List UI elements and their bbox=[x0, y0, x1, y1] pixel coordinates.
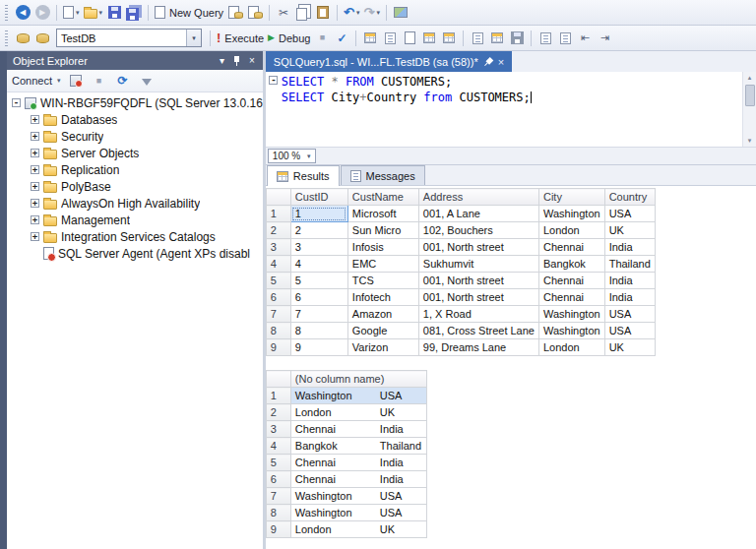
expand-icon[interactable]: + bbox=[31, 165, 39, 174]
collapse-icon[interactable]: - bbox=[12, 98, 21, 107]
expand-icon[interactable]: + bbox=[31, 215, 39, 224]
column-header[interactable]: CustName bbox=[347, 189, 418, 206]
row-header[interactable]: 5 bbox=[266, 273, 290, 289]
increase-indent-button[interactable]: ⇥ bbox=[595, 28, 614, 49]
cut-button[interactable]: ✂ bbox=[274, 2, 293, 24]
grid-corner[interactable] bbox=[266, 189, 290, 206]
grid-cell[interactable]: LondonUK bbox=[290, 521, 426, 538]
expand-icon[interactable]: + bbox=[31, 149, 39, 157]
tab-results[interactable]: Results bbox=[267, 165, 340, 186]
connect-database-button[interactable] bbox=[13, 28, 32, 49]
column-header[interactable]: (No column name) bbox=[290, 371, 426, 388]
row-header[interactable]: 8 bbox=[266, 323, 290, 339]
grid-cell[interactable]: Google bbox=[347, 323, 418, 339]
tree-item[interactable]: +Management bbox=[7, 212, 263, 228]
grid-cell[interactable]: Infotech bbox=[347, 289, 418, 306]
new-file-button[interactable]: ▾ bbox=[61, 2, 82, 24]
row-header[interactable]: 9 bbox=[266, 339, 290, 356]
grid-cell[interactable]: Chennai bbox=[538, 239, 604, 256]
expand-icon[interactable]: + bbox=[31, 199, 39, 208]
expand-icon[interactable]: + bbox=[31, 132, 39, 141]
display-estimated-plan-button[interactable] bbox=[360, 28, 380, 49]
editor-vertical-scrollbar[interactable]: ▴ ▾ bbox=[742, 72, 756, 147]
disconnect-button[interactable] bbox=[67, 72, 85, 90]
toolbar-grip[interactable] bbox=[5, 30, 8, 46]
grid-cell[interactable]: Microsoft bbox=[347, 206, 418, 222]
row-header[interactable]: 7 bbox=[266, 306, 290, 323]
grid-cell[interactable]: 7 bbox=[290, 306, 347, 323]
save-button[interactable] bbox=[104, 2, 124, 24]
results-to-text-button[interactable] bbox=[468, 28, 487, 49]
paste-button[interactable] bbox=[313, 2, 333, 24]
row-header[interactable]: 2 bbox=[266, 222, 290, 239]
grid-cell[interactable]: 8 bbox=[290, 323, 347, 339]
grid-cell[interactable]: India bbox=[604, 273, 655, 289]
expand-icon[interactable]: + bbox=[31, 115, 39, 124]
column-header[interactable]: CustID bbox=[290, 189, 347, 206]
results-to-file-button[interactable] bbox=[507, 28, 527, 49]
column-header[interactable]: City bbox=[538, 189, 604, 206]
tree-item-server[interactable]: - WIN-RBGF59FQDFL (SQL Server 13.0.16 bbox=[7, 94, 263, 111]
row-header[interactable]: 7 bbox=[266, 488, 290, 505]
uncomment-lines-button[interactable] bbox=[555, 28, 575, 49]
analysis-services-query-button[interactable] bbox=[245, 2, 265, 24]
grid-cell[interactable]: Washington bbox=[538, 323, 604, 339]
scrollbar-thumb[interactable] bbox=[745, 85, 755, 106]
column-header[interactable]: Country bbox=[604, 189, 655, 206]
activity-monitor-button[interactable] bbox=[391, 2, 410, 24]
row-header[interactable]: 9 bbox=[266, 521, 290, 538]
undo-button[interactable]: ↶▾ bbox=[342, 2, 361, 24]
grid-cell[interactable]: EMC bbox=[347, 256, 418, 273]
copy-button[interactable] bbox=[293, 2, 313, 24]
grid-cell[interactable]: BangkokThailand bbox=[290, 438, 426, 455]
grid-cell[interactable]: UK bbox=[604, 222, 655, 239]
grid-cell[interactable]: USA bbox=[604, 206, 655, 222]
grid-cell[interactable]: WashingtonUSA bbox=[290, 388, 426, 404]
tree-item[interactable]: +Databases bbox=[7, 111, 263, 128]
execute-button[interactable]: !Execute bbox=[215, 28, 266, 49]
scroll-up-icon[interactable]: ▴ bbox=[748, 72, 752, 84]
grid-cell[interactable]: 001, North street bbox=[418, 239, 538, 256]
tree-item[interactable]: +Server Objects bbox=[7, 145, 263, 161]
row-header[interactable]: 3 bbox=[266, 239, 290, 256]
redo-button[interactable]: ↷▾ bbox=[361, 2, 381, 24]
grid-cell[interactable]: Bangkok bbox=[538, 256, 604, 273]
grid-cell[interactable]: Chennai bbox=[538, 289, 604, 306]
include-actual-plan-button[interactable] bbox=[419, 28, 439, 49]
debug-button[interactable]: ▶Debug bbox=[266, 28, 312, 49]
query-options-button[interactable] bbox=[380, 28, 400, 49]
navigate-forward-button[interactable]: ▶ bbox=[32, 2, 52, 24]
close-tab-icon[interactable]: × bbox=[498, 56, 504, 68]
editor-horizontal-scrollbar[interactable] bbox=[316, 148, 756, 164]
connect-button[interactable]: Connect ▾ bbox=[12, 75, 61, 87]
toolbar-grip[interactable] bbox=[5, 5, 8, 21]
include-client-statistics-button[interactable] bbox=[439, 28, 459, 49]
tab-messages[interactable]: Messages bbox=[341, 165, 425, 185]
row-header[interactable]: 2 bbox=[266, 404, 290, 421]
row-header[interactable]: 4 bbox=[266, 438, 290, 455]
grid-cell[interactable]: Varizon bbox=[347, 339, 418, 356]
auto-hide-pin-icon[interactable] bbox=[232, 55, 241, 67]
comment-lines-button[interactable] bbox=[536, 28, 555, 49]
window-position-menu-icon[interactable]: ▾ bbox=[220, 56, 224, 66]
navigate-backward-button[interactable]: ◀ bbox=[13, 2, 32, 24]
docked-panel-strip[interactable] bbox=[0, 51, 7, 549]
grid-cell[interactable]: Washington bbox=[538, 206, 604, 222]
scroll-down-icon[interactable]: ▾ bbox=[748, 135, 752, 147]
grid-cell[interactable]: ChennaiIndia bbox=[290, 471, 426, 488]
grid-cell[interactable]: 99, Dreams Lane bbox=[418, 339, 538, 356]
grid-cell[interactable]: Amazon bbox=[347, 306, 418, 323]
grid-cell[interactable]: 6 bbox=[290, 289, 347, 306]
grid-cell[interactable]: London bbox=[538, 339, 604, 356]
pin-tab-icon[interactable] bbox=[481, 55, 494, 68]
open-file-button[interactable]: ▾ bbox=[82, 2, 105, 24]
tree-item[interactable]: +Replication bbox=[7, 161, 263, 178]
new-query-button[interactable]: New Query bbox=[153, 2, 225, 24]
tree-item[interactable]: SQL Server Agent (Agent XPs disabl bbox=[7, 245, 263, 262]
row-header[interactable]: 6 bbox=[266, 471, 290, 488]
expand-icon[interactable]: + bbox=[31, 232, 39, 241]
row-header[interactable]: 1 bbox=[266, 388, 290, 404]
database-engine-query-button[interactable] bbox=[225, 2, 245, 24]
grid-cell[interactable]: 102, Bouchers bbox=[418, 222, 538, 239]
grid-cell[interactable]: 4 bbox=[290, 256, 347, 273]
